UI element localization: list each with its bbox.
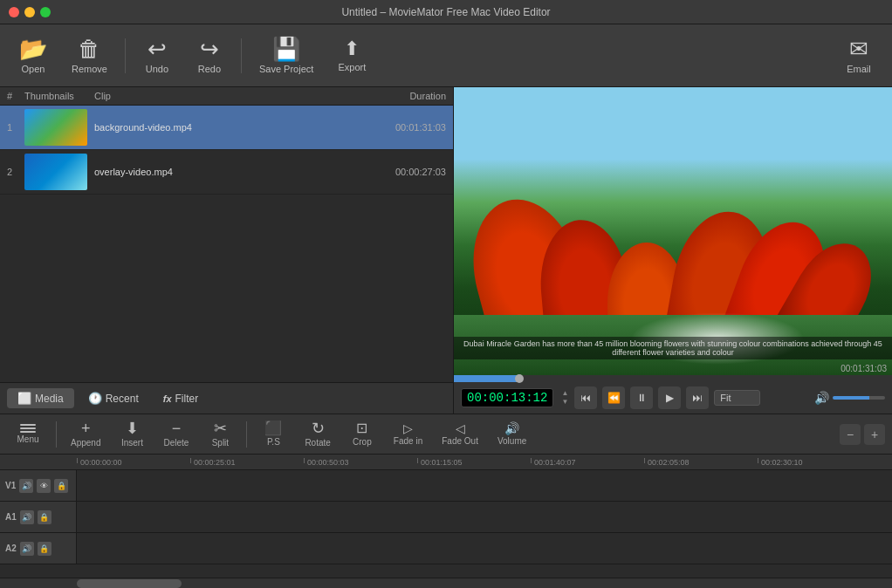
hamburger-line-3 bbox=[20, 431, 36, 433]
timecode-down[interactable]: ▼ bbox=[560, 398, 569, 407]
export-label: Export bbox=[338, 62, 366, 72]
save-project-button[interactable]: 💾 Save Project bbox=[249, 32, 324, 79]
delete-icon: − bbox=[172, 420, 182, 436]
rewind-button[interactable]: ⏪ bbox=[602, 386, 625, 409]
clip-num-1: 1 bbox=[7, 122, 24, 133]
play-button[interactable]: ▶ bbox=[658, 386, 681, 409]
timeline-toolbar: Menu + Append ⬇ Insert − Delete ✂ Split … bbox=[0, 414, 892, 455]
timecode-stepper: ▲ ▼ bbox=[560, 389, 569, 407]
clip-thumbnail-1 bbox=[24, 109, 87, 146]
track-a1: A1 🔊 🔒 bbox=[0, 502, 892, 533]
media-panel: # Thumbnails Clip Duration 1 background-… bbox=[0, 87, 454, 414]
redo-button[interactable]: ↪ Redo bbox=[185, 32, 234, 79]
zoom-out-button[interactable]: − bbox=[840, 424, 861, 445]
progress-bar[interactable] bbox=[454, 375, 892, 382]
subtitle-text: Dubai Miracle Garden has more than 45 mi… bbox=[463, 339, 882, 357]
append-button[interactable]: + Append bbox=[64, 418, 107, 450]
ruler-marks: 00:00:00:00 00:00:25:01 00:00:50:03 00:0… bbox=[77, 455, 892, 469]
rotate-icon: ↻ bbox=[312, 420, 325, 436]
fade-out-label: Fade Out bbox=[442, 436, 478, 446]
ps-button[interactable]: ⬛ P.S bbox=[254, 419, 292, 449]
track-speaker-a1[interactable]: 🔊 bbox=[20, 510, 34, 524]
menu-button[interactable]: Menu bbox=[7, 421, 49, 447]
append-icon: + bbox=[81, 420, 91, 436]
video-preview[interactable]: Dubai Miracle Garden has more than 45 mi… bbox=[454, 87, 892, 375]
window-title: Untitled – MovieMator Free Mac Video Edi… bbox=[341, 6, 550, 18]
fade-out-button[interactable]: ◁ Fade Out bbox=[435, 420, 485, 448]
clip-row[interactable]: 1 background-video.mp4 00:01:31:03 bbox=[0, 106, 453, 150]
open-button[interactable]: 📂 Open bbox=[9, 32, 58, 79]
ruler-mark-1: 00:00:25:01 bbox=[190, 458, 304, 467]
tab-filter[interactable]: fx Filter bbox=[153, 389, 209, 408]
track-speaker-a2[interactable]: 🔊 bbox=[20, 542, 34, 556]
crop-button[interactable]: ⊡ Crop bbox=[343, 419, 381, 449]
track-lock-a1[interactable]: 🔒 bbox=[38, 510, 51, 524]
maximize-button[interactable] bbox=[40, 7, 51, 17]
minimize-button[interactable] bbox=[24, 7, 35, 17]
volume-button[interactable]: 🔊 Volume bbox=[491, 420, 533, 448]
fade-out-icon: ◁ bbox=[456, 422, 465, 434]
undo-button[interactable]: ↩ Undo bbox=[133, 32, 182, 79]
timeline-scrollbar[interactable] bbox=[0, 578, 892, 588]
track-lock-a2[interactable]: 🔒 bbox=[38, 542, 51, 556]
split-icon: ✂ bbox=[214, 420, 227, 436]
track-content-a1[interactable] bbox=[77, 502, 892, 532]
insert-label: Insert bbox=[121, 438, 143, 448]
clip-row[interactable]: 2 overlay-video.mp4 00:00:27:03 bbox=[0, 150, 453, 195]
toolbar-separator-1 bbox=[125, 38, 126, 73]
track-content-v1[interactable] bbox=[77, 470, 892, 501]
fade-in-icon: ▷ bbox=[403, 422, 413, 434]
track-content-a2[interactable] bbox=[77, 533, 892, 564]
crop-icon: ⊡ bbox=[356, 421, 367, 435]
scrollbar-thumb[interactable] bbox=[77, 579, 182, 588]
remove-button[interactable]: 🗑 Remove bbox=[61, 32, 118, 79]
col-thumbnails: Thumbnails bbox=[24, 91, 94, 101]
clip-list-header: # Thumbnails Clip Duration bbox=[0, 87, 453, 106]
fade-in-button[interactable]: ▷ Fade in bbox=[387, 420, 429, 448]
progress-fill bbox=[454, 375, 519, 382]
preview-panel: Dubai Miracle Garden has more than 45 mi… bbox=[454, 87, 892, 414]
ruler-mark-0: 00:00:00:00 bbox=[77, 458, 190, 467]
email-button[interactable]: ✉ Email bbox=[834, 32, 883, 79]
clip-list: 1 background-video.mp4 00:01:31:03 2 ove… bbox=[0, 106, 453, 382]
skip-to-start-button[interactable]: ⏮ bbox=[574, 386, 597, 409]
save-label: Save Project bbox=[259, 64, 313, 74]
toolbar: 📂 Open 🗑 Remove ↩ Undo ↪ Redo 💾 Save Pro… bbox=[0, 24, 892, 87]
track-a2-name: A2 bbox=[5, 544, 17, 553]
track-label-v1: V1 🔊 👁 🔒 bbox=[0, 470, 77, 501]
undo-icon: ↩ bbox=[148, 38, 167, 60]
tab-media[interactable]: ⬜ Media bbox=[7, 388, 74, 408]
timecode-display[interactable]: 00:00:13:12 bbox=[461, 388, 553, 407]
remove-label: Remove bbox=[72, 64, 107, 74]
fit-select[interactable]: Fit 50% 75% 100% bbox=[714, 390, 760, 406]
window-controls bbox=[9, 7, 51, 17]
close-button[interactable] bbox=[9, 7, 19, 17]
track-eye-v1[interactable]: 👁 bbox=[37, 479, 51, 493]
track-speaker-v1[interactable]: 🔊 bbox=[19, 479, 33, 493]
media-tab-label: Media bbox=[35, 393, 64, 405]
delete-label: Delete bbox=[163, 438, 189, 448]
volume-slider[interactable] bbox=[833, 396, 885, 400]
clip-name-1: background-video.mp4 bbox=[94, 122, 341, 133]
track-a2: A2 🔊 🔒 bbox=[0, 533, 892, 564]
timeline-ruler: 00:00:00:00 00:00:25:01 00:00:50:03 00:0… bbox=[0, 455, 892, 470]
export-icon: ⬆ bbox=[344, 39, 360, 58]
pause-button[interactable]: ⏸ bbox=[630, 386, 653, 409]
track-a1-name: A1 bbox=[5, 512, 17, 522]
timecode-up[interactable]: ▲ bbox=[560, 389, 569, 398]
skip-to-end-button[interactable]: ⏭ bbox=[686, 386, 709, 409]
insert-button[interactable]: ⬇ Insert bbox=[113, 418, 151, 450]
tab-recent[interactable]: 🕐 Recent bbox=[78, 388, 149, 408]
track-lock-v1[interactable]: 🔒 bbox=[54, 479, 68, 493]
progress-handle[interactable] bbox=[515, 374, 524, 383]
ps-label: P.S bbox=[267, 437, 280, 447]
rotate-button[interactable]: ↻ Rotate bbox=[298, 418, 337, 450]
email-label: Email bbox=[847, 64, 871, 74]
export-button[interactable]: ⬆ Export bbox=[327, 34, 376, 78]
video-frame: Dubai Miracle Garden has more than 45 mi… bbox=[454, 87, 892, 375]
delete-button[interactable]: − Delete bbox=[156, 418, 196, 450]
split-button[interactable]: ✂ Split bbox=[201, 418, 239, 450]
tl-separator-1 bbox=[56, 421, 57, 448]
zoom-in-button[interactable]: + bbox=[864, 424, 885, 445]
clip-num-2: 2 bbox=[7, 167, 24, 177]
